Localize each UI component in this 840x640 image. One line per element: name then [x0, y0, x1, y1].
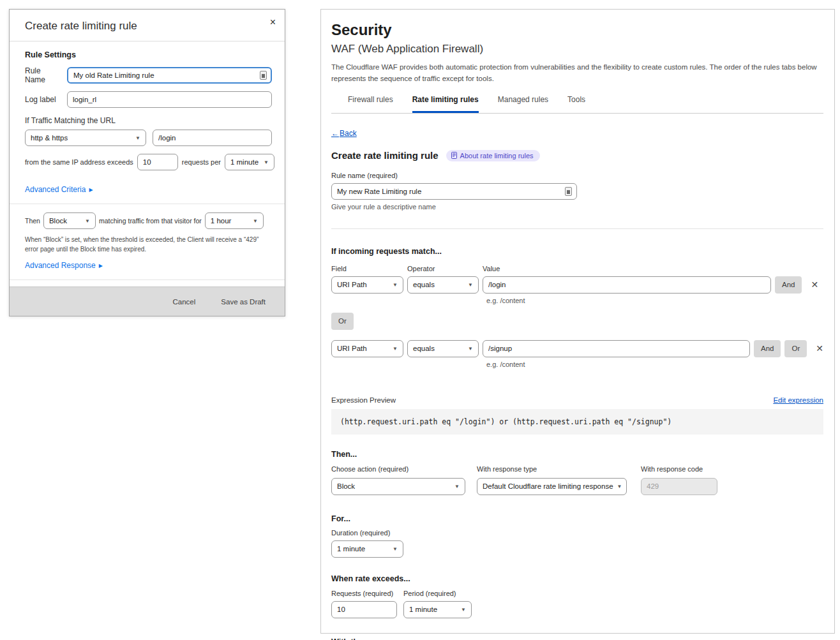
expand-arrow-icon: ▶ — [89, 187, 93, 193]
chevron-down-icon: ▼ — [393, 346, 398, 352]
value-column-label: Value — [483, 265, 500, 272]
rule-name-label: Rule name (required) — [331, 172, 823, 179]
match-section-heading: If incoming requests match... — [331, 247, 823, 256]
requests-input[interactable] — [331, 601, 397, 618]
dialog-footer: Cancel Save as Draft — [10, 287, 285, 316]
page-description: The Cloudflare WAF provides both automat… — [331, 62, 823, 85]
tab-firewall-rules[interactable]: Firewall rules — [348, 95, 393, 113]
remove-condition-icon[interactable]: ✕ — [816, 344, 823, 353]
ban-duration-select[interactable]: 1 hour ▼ — [205, 212, 264, 229]
log-label-input[interactable] — [67, 91, 272, 108]
form-title: Create rate limiting rule — [331, 150, 439, 161]
log-label-label: Log label — [25, 95, 63, 104]
chevron-down-icon: ▼ — [617, 484, 622, 489]
create-rate-limit-dialog: Create rate limiting rule × Rule Setting… — [9, 9, 285, 316]
response-type-column: With response type Default Cloudflare ra… — [473, 465, 627, 495]
and-button[interactable]: And — [754, 340, 781, 357]
divider — [331, 228, 823, 229]
then-label: Then — [25, 217, 40, 225]
back-link[interactable]: ← Back — [331, 129, 357, 138]
requests-label: Requests (required) — [331, 590, 403, 597]
operator-select[interactable]: equals ▼ — [407, 340, 479, 357]
rule-settings-heading: Rule Settings — [25, 50, 272, 59]
url-input[interactable] — [153, 130, 272, 146]
rule-name-helper: Give your rule a descriptive name — [331, 203, 823, 211]
chevron-down-icon: ▼ — [454, 484, 460, 489]
url-row: http & https ▼ — [25, 130, 272, 146]
value-input[interactable] — [483, 276, 771, 294]
condition-row: URI Path ▼ equals ▼ And ✕ — [331, 276, 823, 294]
chevron-down-icon: ▼ — [85, 218, 90, 224]
waf-tabs: Firewall rules Rate limiting rules Manag… — [331, 95, 823, 114]
response-code-label: With response code — [641, 465, 717, 473]
dialog-header: Create rate limiting rule × — [10, 10, 285, 41]
response-type-select[interactable]: Default Cloudflare rate limiting respons… — [477, 478, 627, 495]
save-as-draft-button[interactable]: Save as Draft — [221, 298, 266, 306]
requests-input[interactable] — [137, 154, 178, 170]
operator-column-label: Operator — [407, 265, 479, 272]
rate-column-labels: Requests (required) Period (required) — [331, 590, 823, 597]
advanced-criteria-link[interactable]: Advanced Criteria ▶ — [25, 185, 93, 194]
rule-name-input[interactable] — [331, 183, 577, 200]
period-select[interactable]: 1 minute ▼ — [403, 601, 472, 618]
tab-tools[interactable]: Tools — [567, 95, 585, 113]
or-button[interactable]: Or — [784, 340, 807, 357]
then-row: Then Block ▼ matching traffic from that … — [25, 212, 272, 229]
close-icon[interactable]: × — [270, 17, 276, 28]
cancel-button[interactable]: Cancel — [173, 298, 196, 306]
expression-code: (http.request.uri.path eq "/login") or (… — [331, 409, 823, 435]
value-input[interactable] — [483, 340, 750, 357]
chevron-down-icon: ▼ — [135, 135, 140, 141]
choose-action-label: Choose action (required) — [331, 465, 465, 473]
about-rate-limiting-badge[interactable]: About rate limiting rules — [446, 150, 540, 161]
chevron-down-icon: ▼ — [393, 546, 398, 552]
period-select[interactable]: 1 minute ▼ — [225, 154, 274, 170]
advanced-response-link[interactable]: Advanced Response ▶ — [25, 261, 103, 270]
security-waf-panel: Security WAF (Web Application Firewall) … — [320, 9, 835, 634]
tab-rate-limiting-rules[interactable]: Rate limiting rules — [412, 95, 479, 113]
dialog-title: Create rate limiting rule — [25, 20, 137, 32]
dialog-body: Rule Settings Rule Name Log label If Tra… — [10, 41, 285, 287]
field-select[interactable]: URI Path ▼ — [331, 276, 403, 294]
chevron-down-icon: ▼ — [461, 607, 466, 613]
chevron-down-icon: ▼ — [468, 346, 473, 352]
response-code-input — [641, 478, 717, 495]
chevron-down-icon: ▼ — [253, 218, 258, 224]
choose-action-select[interactable]: Block ▼ — [331, 478, 465, 495]
threshold-middle-text: requests per — [182, 158, 221, 166]
chevron-down-icon: ▼ — [468, 282, 473, 288]
then-suffix-text: matching traffic from that visitor for — [99, 217, 202, 225]
condition-row: URI Path ▼ equals ▼ And Or ✕ — [331, 340, 823, 357]
condition-column-labels: Field Operator Value — [331, 265, 823, 272]
choose-action-column: Choose action (required) Block ▼ — [331, 465, 465, 495]
period-label: Period (required) — [403, 590, 456, 597]
autofill-icon[interactable] — [565, 187, 572, 196]
duration-label: Duration (required) — [331, 529, 823, 537]
back-arrow-icon: ← — [331, 129, 339, 138]
or-button[interactable]: Or — [331, 313, 354, 330]
edit-expression-link[interactable]: Edit expression — [773, 396, 823, 404]
page-subtitle: WAF (Web Application Firewall) — [331, 43, 823, 56]
field-column-label: Field — [331, 265, 403, 272]
response-type-label: With response type — [477, 465, 627, 473]
then-section-heading: Then... — [331, 450, 823, 459]
autofill-icon[interactable] — [260, 71, 267, 80]
page-title: Security — [331, 21, 823, 39]
field-select[interactable]: URI Path ▼ — [331, 340, 403, 357]
duration-select[interactable]: 1 minute ▼ — [331, 540, 403, 558]
rate-section-heading: When rate exceeds... — [331, 574, 823, 583]
value-helper: e.g. /content — [486, 297, 823, 304]
chevron-down-icon: ▼ — [264, 160, 269, 165]
scheme-select[interactable]: http & https ▼ — [25, 130, 146, 146]
remove-condition-icon[interactable]: ✕ — [811, 280, 818, 289]
rule-name-label: Rule Name — [25, 66, 63, 84]
expression-preview-label: Expression Preview — [331, 396, 396, 404]
operator-select[interactable]: equals ▼ — [407, 276, 479, 294]
tab-managed-rules[interactable]: Managed rules — [498, 95, 548, 113]
log-label-row: Log label — [25, 91, 272, 108]
and-button[interactable]: And — [775, 276, 802, 294]
rule-name-input[interactable] — [67, 67, 272, 84]
threshold-row: from the same IP address exceeds request… — [25, 154, 272, 170]
response-code-column: With response code — [641, 465, 717, 495]
action-select[interactable]: Block ▼ — [43, 212, 96, 229]
